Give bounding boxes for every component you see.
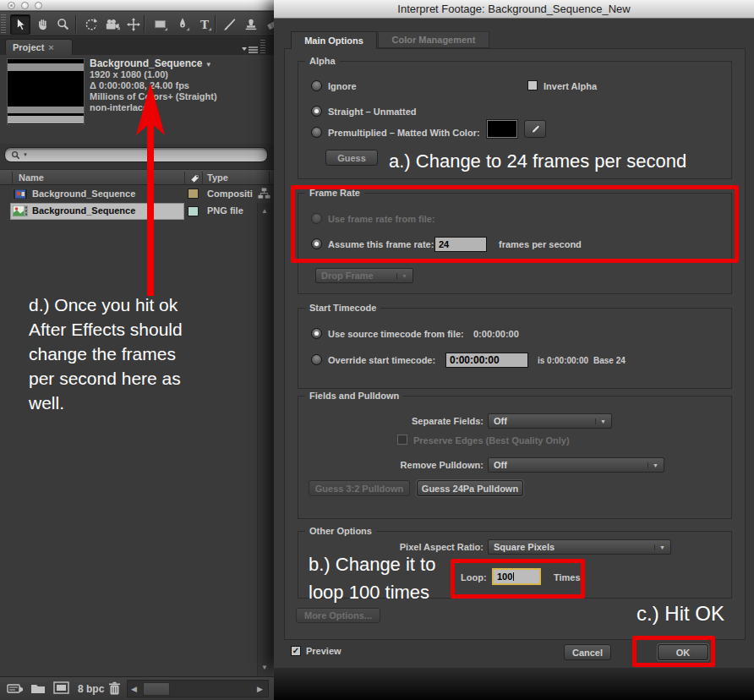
minimize-window-button[interactable] bbox=[21, 2, 29, 9]
bit-depth-button[interactable]: 8 bpc bbox=[78, 683, 104, 695]
guess-32-label: Guess 3:2 Pulldown bbox=[315, 484, 404, 494]
selection-tool-button[interactable] bbox=[10, 14, 30, 35]
eyedropper-icon bbox=[529, 123, 541, 135]
annotation-red-arrow bbox=[133, 83, 168, 296]
scroll-down-icon[interactable]: ▼ bbox=[261, 664, 268, 671]
frame-rate-input[interactable]: 24 bbox=[434, 237, 487, 252]
column-divider bbox=[269, 172, 270, 184]
pixel-aspect-ratio-label: Pixel Aspect Ratio: bbox=[375, 542, 484, 552]
guess-24pa-pulldown-button[interactable]: Guess 24Pa Pulldown bbox=[417, 480, 523, 496]
use-frame-rate-from-file-label: Use frame rate from file: bbox=[328, 214, 435, 224]
selection-tool-icon bbox=[13, 17, 28, 32]
annotation-d-line: After Effects should bbox=[29, 317, 183, 342]
interpret-footage-dialog: Interpret Footage: Background_Sequence_N… bbox=[274, 0, 754, 668]
png-file-item-icon bbox=[13, 205, 28, 216]
column-header-name[interactable]: Name bbox=[19, 172, 44, 183]
annotation-step-a: a.) Change to 24 frames per second bbox=[389, 150, 686, 172]
project-tab-label: Project bbox=[13, 42, 44, 52]
type-tool-button[interactable]: T bbox=[194, 14, 215, 35]
zoom-window-button[interactable] bbox=[35, 2, 42, 9]
tab-main-options[interactable]: Main Options bbox=[291, 31, 377, 49]
scroll-up-icon[interactable]: ▲ bbox=[261, 207, 268, 215]
alpha-premultiplied-radio[interactable] bbox=[311, 127, 322, 138]
preview-checkbox[interactable]: ✓ bbox=[291, 646, 301, 656]
ok-button[interactable]: OK bbox=[658, 644, 708, 660]
rotation-tool-icon bbox=[84, 17, 99, 32]
alpha-ignore-radio[interactable] bbox=[311, 80, 322, 91]
vertical-scrollbar[interactable]: ▲ ▼ bbox=[257, 203, 272, 676]
annotation-d-line: per second here as bbox=[29, 366, 183, 391]
dialog-title: Interpret Footage: Background_Sequence_N… bbox=[397, 3, 630, 15]
horizontal-scrollbar[interactable]: ◀ ▶ bbox=[127, 680, 269, 697]
trash-icon[interactable] bbox=[108, 681, 121, 696]
remove-pulldown-label: Remove Pulldown: bbox=[384, 460, 484, 470]
footage-size: 1920 x 1080 (1.00) bbox=[90, 69, 168, 79]
matte-color-swatch[interactable] bbox=[487, 120, 517, 138]
label-color-chip[interactable] bbox=[188, 189, 199, 199]
separate-fields-dropdown[interactable]: Off ▼ bbox=[488, 413, 612, 429]
scroll-left-icon[interactable]: ◀ bbox=[131, 685, 137, 693]
after-effects-window: T Project × bbox=[0, 0, 274, 700]
frame-rate-value: 24 bbox=[439, 239, 449, 249]
brush-tool-button[interactable] bbox=[220, 14, 240, 35]
close-panel-icon[interactable]: × bbox=[48, 42, 53, 52]
pixel-aspect-ratio-dropdown[interactable]: Square Pixels ▼ bbox=[488, 539, 671, 555]
assume-frame-rate-radio[interactable] bbox=[311, 238, 322, 249]
override-timecode-input[interactable]: 0:00:00:00 bbox=[445, 353, 528, 368]
toolbar-grip[interactable] bbox=[1, 14, 6, 34]
close-window-button[interactable] bbox=[8, 2, 15, 9]
name-caret-icon[interactable]: ▼ bbox=[205, 61, 212, 68]
remove-pulldown-dropdown[interactable]: Off ▼ bbox=[488, 457, 664, 473]
panel-grip[interactable] bbox=[260, 40, 265, 53]
svg-text:T: T bbox=[200, 18, 209, 31]
drop-frame-dropdown[interactable]: Drop Frame ▼ bbox=[315, 268, 413, 283]
scrollbar-thumb[interactable] bbox=[143, 682, 170, 696]
use-source-timecode-label: Use source timecode from file: bbox=[328, 329, 464, 339]
loop-input[interactable]: 100 bbox=[492, 568, 541, 585]
guess-32-pulldown-button[interactable]: Guess 3:2 Pulldown bbox=[309, 480, 410, 496]
tab-color-management[interactable]: Color Management bbox=[378, 31, 489, 48]
search-caret-icon[interactable]: ▼ bbox=[23, 152, 28, 157]
project-panel-bottom-bar: 8 bpc ◀ ▶ bbox=[0, 676, 274, 700]
pan-behind-tool-button[interactable] bbox=[123, 14, 144, 35]
footage-thumbnail[interactable] bbox=[7, 58, 85, 125]
cancel-label: Cancel bbox=[572, 648, 603, 658]
scroll-right-icon[interactable]: ▶ bbox=[257, 685, 263, 693]
column-divider bbox=[184, 172, 185, 184]
pen-tool-button[interactable] bbox=[172, 14, 193, 35]
search-icon bbox=[11, 150, 20, 160]
camera-tool-button[interactable] bbox=[102, 14, 123, 35]
interpret-footage-icon[interactable] bbox=[7, 682, 24, 695]
fields-pulldown-group-title: Fields and Pulldown bbox=[305, 391, 403, 401]
start-timecode-group-title: Start Timecode bbox=[305, 303, 380, 313]
close-window-dot bbox=[10, 4, 13, 7]
hand-tool-button[interactable] bbox=[33, 14, 53, 35]
footage-name[interactable]: Background_Sequence ▼ bbox=[90, 57, 212, 69]
more-options-button[interactable]: More Options... bbox=[296, 608, 380, 623]
override-timecode-radio[interactable] bbox=[311, 354, 322, 365]
separate-fields-label: Separate Fields: bbox=[384, 416, 484, 426]
thumbnail-bar bbox=[8, 107, 84, 113]
invert-alpha-checkbox[interactable] bbox=[527, 80, 538, 90]
alpha-guess-button[interactable]: Guess bbox=[325, 150, 378, 166]
drop-frame-value: Drop Frame bbox=[321, 271, 374, 281]
check-icon: ✓ bbox=[292, 646, 299, 655]
alpha-straight-radio[interactable] bbox=[311, 106, 322, 117]
clone-stamp-tool-button[interactable] bbox=[241, 14, 261, 35]
preserve-edges-checkbox[interactable] bbox=[397, 435, 407, 445]
eyedropper-button[interactable] bbox=[524, 120, 546, 138]
new-composition-icon[interactable] bbox=[53, 681, 69, 694]
project-panel-tab[interactable]: Project × bbox=[5, 39, 73, 55]
rotation-tool-button[interactable] bbox=[81, 14, 101, 35]
column-header-type[interactable]: Type bbox=[207, 172, 228, 183]
flowchart-icon[interactable] bbox=[258, 188, 270, 200]
new-folder-icon[interactable] bbox=[30, 682, 46, 694]
rectangle-tool-button[interactable] bbox=[150, 14, 171, 35]
alpha-ignore-label: Ignore bbox=[328, 81, 357, 91]
alpha-guess-label: Guess bbox=[337, 153, 366, 163]
zoom-tool-button[interactable] bbox=[53, 14, 74, 35]
label-color-chip[interactable] bbox=[188, 206, 199, 216]
use-source-timecode-radio[interactable] bbox=[311, 328, 322, 339]
use-frame-rate-from-file-radio[interactable] bbox=[311, 213, 322, 224]
cancel-button[interactable]: Cancel bbox=[564, 644, 611, 660]
